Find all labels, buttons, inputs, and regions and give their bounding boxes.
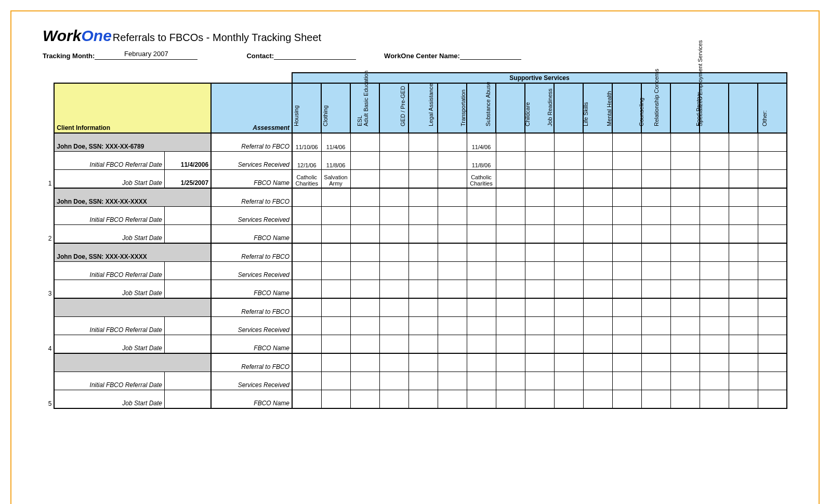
- service-cell[interactable]: [379, 262, 409, 280]
- service-cell[interactable]: [467, 335, 496, 354]
- service-cell[interactable]: [641, 133, 670, 152]
- service-cell[interactable]: [438, 298, 467, 317]
- service-cell[interactable]: [583, 188, 612, 207]
- service-cell[interactable]: [438, 225, 467, 244]
- service-cell[interactable]: [670, 152, 700, 170]
- service-cell[interactable]: [350, 317, 379, 335]
- service-cell[interactable]: [379, 243, 409, 262]
- service-cell[interactable]: [379, 280, 409, 299]
- service-cell[interactable]: [292, 280, 321, 299]
- service-cell[interactable]: [758, 262, 787, 280]
- service-cell[interactable]: 11/4/06: [467, 133, 496, 152]
- service-cell[interactable]: [758, 317, 787, 335]
- client-name-cell[interactable]: [54, 298, 211, 317]
- service-cell[interactable]: [758, 298, 787, 317]
- service-cell[interactable]: [321, 298, 350, 317]
- service-cell[interactable]: [409, 262, 438, 280]
- service-cell[interactable]: [554, 335, 583, 354]
- service-cell[interactable]: [612, 243, 641, 262]
- service-cell[interactable]: [612, 280, 641, 299]
- service-cell[interactable]: [409, 188, 438, 207]
- service-cell[interactable]: [292, 317, 321, 335]
- service-cell[interactable]: 11/8/06: [321, 152, 350, 170]
- initial-referral-value[interactable]: [165, 317, 212, 335]
- service-cell[interactable]: [467, 353, 496, 372]
- service-cell[interactable]: [496, 207, 525, 225]
- job-start-value[interactable]: [165, 390, 212, 409]
- service-cell[interactable]: [700, 207, 729, 225]
- service-cell[interactable]: [525, 225, 554, 244]
- service-cell[interactable]: [379, 372, 409, 390]
- service-cell[interactable]: [554, 188, 583, 207]
- service-cell[interactable]: [612, 298, 641, 317]
- service-cell[interactable]: [583, 280, 612, 299]
- service-cell[interactable]: [700, 188, 729, 207]
- service-cell[interactable]: [758, 372, 787, 390]
- service-cell[interactable]: [467, 243, 496, 262]
- service-cell[interactable]: [641, 280, 670, 299]
- service-cell[interactable]: [467, 225, 496, 244]
- service-cell[interactable]: [292, 207, 321, 225]
- service-cell[interactable]: [496, 262, 525, 280]
- service-cell[interactable]: [554, 152, 583, 170]
- service-cell[interactable]: [641, 390, 670, 409]
- service-cell[interactable]: [700, 133, 729, 152]
- service-cell[interactable]: [670, 298, 700, 317]
- service-cell[interactable]: [583, 243, 612, 262]
- service-cell[interactable]: [641, 353, 670, 372]
- service-cell[interactable]: [612, 390, 641, 409]
- contact-value[interactable]: [274, 50, 356, 60]
- service-cell[interactable]: [554, 170, 583, 189]
- service-cell[interactable]: [321, 280, 350, 299]
- service-cell[interactable]: [292, 335, 321, 354]
- service-cell[interactable]: [729, 152, 758, 170]
- service-cell[interactable]: [612, 188, 641, 207]
- service-cell[interactable]: [641, 298, 670, 317]
- service-cell[interactable]: [583, 207, 612, 225]
- service-cell[interactable]: [729, 133, 758, 152]
- service-cell[interactable]: [321, 207, 350, 225]
- service-cell[interactable]: [729, 372, 758, 390]
- service-cell[interactable]: [496, 353, 525, 372]
- service-cell[interactable]: [758, 335, 787, 354]
- service-cell[interactable]: 11/10/06: [292, 133, 321, 152]
- service-cell[interactable]: [409, 133, 438, 152]
- job-start-value[interactable]: [165, 335, 212, 354]
- service-cell[interactable]: [525, 188, 554, 207]
- initial-referral-value[interactable]: 11/4/2006: [165, 152, 212, 170]
- service-cell[interactable]: [379, 353, 409, 372]
- service-cell[interactable]: [467, 280, 496, 299]
- service-cell[interactable]: [525, 317, 554, 335]
- service-cell[interactable]: [758, 152, 787, 170]
- service-cell[interactable]: [758, 353, 787, 372]
- service-cell[interactable]: [554, 133, 583, 152]
- service-cell[interactable]: [379, 207, 409, 225]
- service-cell[interactable]: [379, 335, 409, 354]
- service-cell[interactable]: [292, 353, 321, 372]
- service-cell[interactable]: [670, 280, 700, 299]
- service-cell[interactable]: [758, 170, 787, 189]
- service-cell[interactable]: [467, 317, 496, 335]
- service-cell[interactable]: [409, 372, 438, 390]
- service-cell[interactable]: [583, 390, 612, 409]
- service-cell[interactable]: [554, 317, 583, 335]
- service-cell[interactable]: [758, 243, 787, 262]
- service-cell[interactable]: [758, 390, 787, 409]
- service-cell[interactable]: [496, 152, 525, 170]
- service-cell[interactable]: [525, 262, 554, 280]
- service-cell[interactable]: [700, 335, 729, 354]
- service-cell[interactable]: [554, 243, 583, 262]
- service-cell[interactable]: [409, 317, 438, 335]
- service-cell[interactable]: [670, 317, 700, 335]
- service-cell[interactable]: [496, 390, 525, 409]
- service-cell[interactable]: [292, 243, 321, 262]
- initial-referral-value[interactable]: [165, 207, 212, 225]
- service-cell[interactable]: [525, 207, 554, 225]
- initial-referral-value[interactable]: [165, 372, 212, 390]
- service-cell[interactable]: [496, 225, 525, 244]
- service-cell[interactable]: [321, 225, 350, 244]
- service-cell[interactable]: [350, 353, 379, 372]
- job-start-value[interactable]: [165, 280, 212, 299]
- service-cell[interactable]: Salvation Army: [321, 170, 350, 189]
- service-cell[interactable]: [467, 262, 496, 280]
